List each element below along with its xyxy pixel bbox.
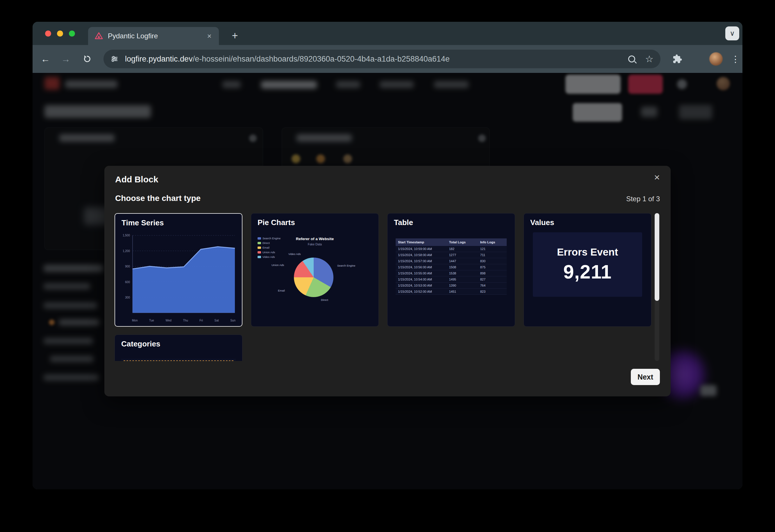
x-tick: Sat (215, 319, 219, 322)
url-domain: logfire.pydantic.dev (125, 55, 193, 63)
legend-item: Direct (258, 241, 281, 245)
forward-button[interactable]: → (59, 53, 72, 65)
tab-strip: Pydantic Logfire × + ∨ (33, 22, 742, 45)
url-path: /e-hosseini/ehsan/dashboards/8920360a-05… (193, 55, 450, 63)
card-categories[interactable]: Categories (114, 335, 243, 361)
pie-callout: Video Ads (288, 252, 301, 256)
search-icon[interactable] (628, 55, 635, 62)
table-row: 1/15/2024, 10:59:00 AM182121 (396, 246, 507, 252)
add-block-modal: × Add Block Choose the chart type Step 1… (104, 166, 671, 396)
back-button[interactable]: ← (39, 53, 52, 65)
x-tick: Wed (166, 319, 171, 322)
legend-label: Direct (263, 241, 270, 245)
legend-label: Search Engine (263, 237, 281, 240)
y-axis-labels: 1,500 1,200 900 600 300 (121, 232, 131, 316)
legend-label: Email (263, 246, 270, 249)
card-time-series[interactable]: Time Series 1,500 1,200 900 600 300 (114, 213, 243, 327)
x-tick: Sun (230, 319, 236, 322)
modal-close-icon[interactable]: × (651, 171, 663, 183)
legend-chip (258, 247, 261, 249)
legend-label: Union Ads (263, 251, 275, 254)
profile-avatar[interactable] (709, 52, 723, 66)
browser-menu-icon[interactable]: ⋮ (729, 53, 742, 65)
extensions-icon[interactable] (672, 53, 683, 65)
y-tick: 1,200 (123, 249, 130, 253)
value-title: Errors Event (557, 246, 618, 258)
x-tick: Thu (183, 319, 188, 322)
pie-callout: Email (278, 289, 285, 292)
window-zoom-button[interactable] (69, 30, 75, 37)
step-indicator: Step 1 of 3 (626, 195, 660, 203)
card-table[interactable]: Table Start Timestamp Total Logs Info Lo… (387, 213, 515, 327)
table-row: 1/15/2024, 10:52:00 AM1451823 (396, 289, 507, 295)
pie-callout: Union Ads (272, 263, 284, 267)
card-title: Values (530, 218, 554, 227)
y-tick: 600 (125, 281, 130, 284)
chart-type-viewport: Time Series 1,500 1,200 900 600 300 (114, 213, 652, 361)
table-row: 1/15/2024, 10:56:00 AM1508875 (396, 264, 507, 270)
bookmark-star-icon[interactable]: ☆ (645, 54, 654, 64)
tab-strip-chevron-button[interactable]: ∨ (725, 26, 739, 40)
reload-icon[interactable] (81, 53, 94, 65)
time-series-preview: 1,500 1,200 900 600 300 (121, 232, 237, 322)
card-title: Categories (121, 339, 160, 348)
value-number: 9,211 (563, 261, 612, 283)
legend-chip (258, 256, 261, 258)
table-preview: Start Timestamp Total Logs Info Logs 1/1… (396, 238, 507, 295)
legend-item: Union Ads (258, 251, 281, 254)
chart-type-grid: Time Series 1,500 1,200 900 600 300 (114, 213, 652, 361)
y-tick: 300 (125, 296, 130, 299)
card-pie-charts[interactable]: Pie Charts Referer of a Website Fake Dat… (251, 213, 379, 327)
y-tick: 1,500 (123, 234, 130, 237)
pie-callout: Search Engine (337, 264, 355, 267)
table-row: 1/15/2024, 10:57:00 AM1447830 (396, 258, 507, 264)
site-info-icon[interactable] (110, 55, 119, 63)
browser-window: Pydantic Logfire × + ∨ ← → (33, 22, 742, 489)
tab-close-icon[interactable]: × (205, 31, 214, 41)
modal-scrollbar-thumb[interactable] (655, 213, 659, 301)
legend-item: Email (258, 246, 281, 249)
x-axis-labels: Mon Tue Wed Thu Fri Sat Sun (132, 317, 236, 322)
card-values[interactable]: Values Errors Event 9,211 (523, 213, 652, 327)
modal-subtitle: Choose the chart type (115, 194, 201, 203)
timeseries-area (132, 247, 235, 313)
pie-legend: Search Engine Direct Email (258, 237, 281, 258)
logfire-favicon-icon (94, 32, 103, 40)
table-header: Start Timestamp Total Logs Info Logs (396, 238, 507, 246)
tab-title: Pydantic Logfire (108, 32, 205, 40)
screen: Pydantic Logfire × + ∨ ← → (0, 0, 775, 532)
page-content: × Add Block Choose the chart type Step 1… (33, 73, 742, 489)
url-bar[interactable]: logfire.pydantic.dev/e-hosseini/ehsan/da… (103, 50, 661, 68)
new-tab-button[interactable]: + (228, 29, 242, 43)
categories-preview-fragment (121, 359, 236, 361)
card-title: Time Series (121, 218, 164, 227)
modal-title: Add Block (115, 175, 158, 184)
y-tick: 900 (125, 265, 130, 268)
browser-tab[interactable]: Pydantic Logfire × (88, 27, 219, 45)
card-title: Table (394, 218, 413, 227)
pie-callout: Direct (321, 298, 328, 301)
area-chart (132, 232, 236, 316)
x-tick: Fri (200, 319, 203, 322)
table-row: 1/15/2024, 10:53:00 AM1390764 (396, 283, 507, 289)
card-title: Pie Charts (258, 218, 295, 227)
table-row: 1/15/2024, 10:58:00 AM1277711 (396, 252, 507, 258)
legend-item: Search Engine (258, 237, 281, 240)
table-row: 1/15/2024, 10:54:00 AM1495827 (396, 276, 507, 283)
column-header: Info Logs (478, 240, 507, 244)
x-tick: Mon (132, 319, 137, 322)
column-header: Start Timestamp (396, 240, 447, 244)
window-minimize-button[interactable] (57, 30, 63, 37)
table-row: 1/15/2024, 10:55:00 AM1538898 (396, 270, 507, 276)
window-close-button[interactable] (45, 30, 51, 37)
pie (294, 258, 333, 297)
modal-scrollbar-track (655, 213, 659, 361)
legend-chip (258, 242, 261, 244)
value-preview: Errors Event 9,211 (533, 232, 642, 297)
legend-chip (258, 237, 261, 240)
column-header: Total Logs (447, 240, 478, 244)
next-button[interactable]: Next (631, 369, 660, 385)
x-tick: Tue (149, 319, 154, 322)
legend-item: Video Ads (258, 255, 281, 258)
browser-toolbar: ← → l (33, 45, 742, 73)
